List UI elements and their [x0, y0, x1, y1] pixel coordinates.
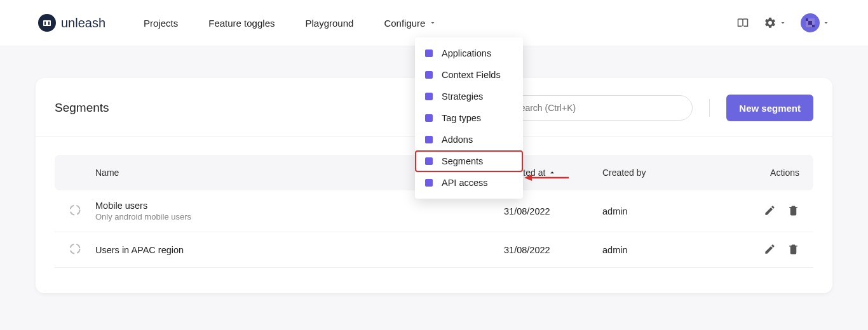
- divider: [709, 99, 710, 117]
- gear-icon: [764, 16, 776, 29]
- new-segment-button[interactable]: New segment: [726, 95, 813, 121]
- top-right: [736, 13, 830, 32]
- row-name-cell[interactable]: Users in APAC region: [95, 245, 504, 255]
- chevron-down-icon: [779, 19, 787, 27]
- dropdown-item-label: Segments: [442, 156, 483, 166]
- nav-configure-label: Configure: [384, 18, 425, 29]
- table-row: Users in APAC region31/08/2022admin: [55, 232, 813, 268]
- dropdown-item-label: Applications: [442, 48, 491, 58]
- row-created-by: admin: [602, 206, 736, 216]
- nav-projects[interactable]: Projects: [144, 18, 178, 29]
- row-date: 31/08/2022: [504, 206, 602, 216]
- row-name-cell[interactable]: Mobile usersOnly android mobile users: [95, 201, 504, 221]
- configure-dropdown: ApplicationsContext FieldsStrategiesTag …: [415, 37, 523, 199]
- dropdown-item-api-access[interactable]: API access: [415, 172, 523, 194]
- search-wrap: [502, 95, 693, 121]
- dropdown-item-segments[interactable]: Segments: [415, 150, 523, 172]
- delete-button[interactable]: [787, 243, 799, 257]
- dropdown-item-label: Strategies: [442, 91, 483, 102]
- logo-badge-icon: [38, 14, 56, 32]
- segment-icon: [69, 242, 95, 257]
- brand-logo[interactable]: unleash: [38, 14, 105, 32]
- menu-item-icon: [425, 179, 433, 187]
- column-created-by[interactable]: Created by: [602, 168, 736, 178]
- docs-icon[interactable]: [736, 17, 750, 29]
- dropdown-item-addons[interactable]: Addons: [415, 129, 523, 150]
- row-name: Users in APAC region: [95, 245, 504, 255]
- column-actions: Actions: [736, 168, 799, 178]
- dropdown-item-strategies[interactable]: Strategies: [415, 86, 523, 107]
- svg-rect-0: [43, 20, 51, 26]
- dropdown-item-label: Context Fields: [442, 70, 501, 80]
- menu-item-icon: [425, 71, 433, 79]
- dropdown-item-context-fields[interactable]: Context Fields: [415, 64, 523, 86]
- nav-configure[interactable]: Configure: [384, 18, 437, 29]
- page-title: Segments: [55, 101, 109, 115]
- dropdown-item-label: Addons: [442, 135, 473, 145]
- nav-playground[interactable]: Playground: [305, 18, 353, 29]
- menu-item-icon: [425, 114, 433, 122]
- chevron-down-icon: [822, 19, 830, 27]
- primary-nav: Projects Feature toggles Playground Conf…: [144, 18, 437, 29]
- edit-button[interactable]: [764, 243, 776, 257]
- menu-item-icon: [425, 50, 433, 57]
- svg-rect-4: [808, 21, 812, 25]
- svg-point-9: [71, 206, 80, 215]
- row-description: Only android mobile users: [95, 212, 504, 221]
- brand-name: unleash: [61, 16, 105, 30]
- svg-point-10: [71, 244, 80, 254]
- svg-rect-1: [44, 22, 46, 25]
- menu-item-icon: [425, 93, 433, 100]
- row-created-by: admin: [602, 245, 736, 255]
- dropdown-item-applications[interactable]: Applications: [415, 43, 523, 64]
- user-menu[interactable]: [801, 13, 830, 32]
- dropdown-item-label: Tag types: [442, 113, 481, 123]
- menu-item-icon: [425, 136, 433, 143]
- row-date: 31/08/2022: [504, 245, 602, 255]
- dropdown-item-label: API access: [442, 178, 488, 188]
- nav-toggles[interactable]: Feature toggles: [208, 18, 275, 29]
- avatar: [801, 13, 820, 32]
- dropdown-item-tag-types[interactable]: Tag types: [415, 107, 523, 129]
- segment-icon: [69, 204, 95, 218]
- edit-button[interactable]: [764, 204, 776, 218]
- svg-rect-5: [806, 18, 808, 21]
- search-input[interactable]: [502, 95, 693, 121]
- menu-item-icon: [425, 157, 433, 165]
- settings-menu[interactable]: [764, 16, 787, 29]
- row-name: Mobile users: [95, 201, 504, 211]
- svg-rect-6: [812, 25, 815, 27]
- chevron-down-icon: [429, 19, 437, 27]
- sort-asc-icon: [548, 168, 557, 177]
- delete-button[interactable]: [787, 204, 799, 218]
- svg-rect-2: [48, 22, 50, 25]
